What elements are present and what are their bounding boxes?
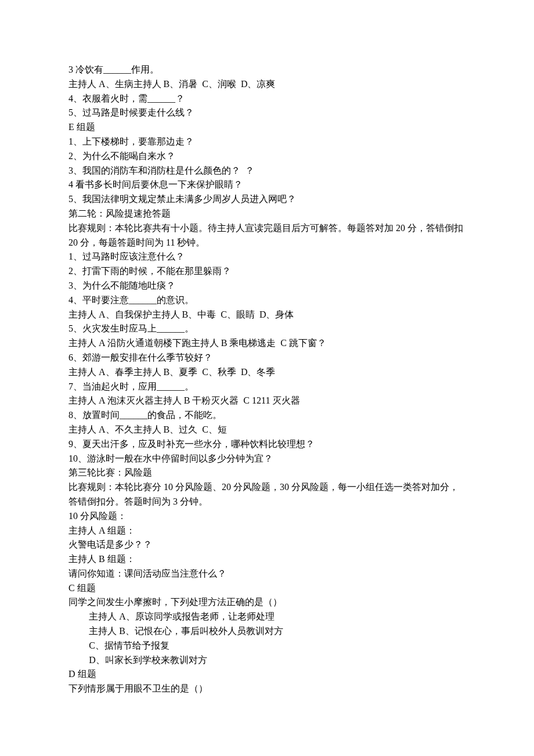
text-line: 第三轮比赛：风险题 xyxy=(68,466,466,480)
text-line: 主持人 A 沿防火通道朝楼下跑主持人 B 乘电梯逃走 C 跳下窗？ xyxy=(68,336,466,351)
text-line: 9、夏天出汗多，应及时补充一些水分，哪种饮料比较理想？ xyxy=(68,437,466,452)
text-line: 比赛规则：本轮比赛分 10 分风险题、20 分风险题，30 分风险题，每一小组任… xyxy=(68,480,466,509)
text-line: 下列情形属于用眼不卫生的是（） xyxy=(68,682,466,696)
text-line: 比赛规则：本轮比赛共有十小题。待主持人宣读完题目后方可解答。每题答对加 20 分… xyxy=(68,221,466,250)
text-line: 主持人 B 组题： xyxy=(68,552,466,567)
text-line: 主持人 A、原谅同学或报告老师，让老师处理 xyxy=(68,610,466,624)
text-line: 主持人 A、不久主持人 B、过久 C、短 xyxy=(68,423,466,437)
text-line: 主持人 A、生病主持人 B、消暑 C、润喉 D、凉爽 xyxy=(68,77,466,92)
document-page: 3 冷饮有______作用。主持人 A、生病主持人 B、消暑 C、润喉 D、凉爽… xyxy=(0,0,534,756)
text-line: 4、平时要注意______的意识。 xyxy=(68,293,466,308)
text-line: C 组题 xyxy=(68,581,466,596)
text-line: 主持人 A 泡沫灭火器主持人 B 干粉灭火器 C 1211 灭火器 xyxy=(68,394,466,408)
text-line: 火警电话是多少？？ xyxy=(68,538,466,552)
text-line: 主持人 B、记恨在心，事后叫校外人员教训对方 xyxy=(68,624,466,639)
text-line: 第二轮：风险提速抢答题 xyxy=(68,207,466,221)
text-line: 主持人 A、自我保护主持人 B、中毒 C、眼睛 D、身体 xyxy=(68,308,466,322)
text-line: 2、为什么不能喝自来水？ xyxy=(68,149,466,164)
text-line: C、据情节给予报复 xyxy=(68,639,466,653)
text-line: 主持人 A 组题： xyxy=(68,524,466,538)
text-line: D、叫家长到学校来教训对方 xyxy=(68,653,466,668)
text-line: 5、火灾发生时应马上______。 xyxy=(68,322,466,336)
text-line: 10 分风险题： xyxy=(68,509,466,524)
text-line: 1、过马路时应该注意什么？ xyxy=(68,250,466,264)
text-line: 5、我国法律明文规定禁止未满多少周岁人员进入网吧？ xyxy=(68,192,466,207)
text-line: 3、为什么不能随地吐痰？ xyxy=(68,279,466,293)
text-line: 1、上下楼梯时，要靠那边走？ xyxy=(68,135,466,149)
text-line: 7、当油起火时，应用______。 xyxy=(68,380,466,394)
text-line: 5、过马路是时候要走什么线？ xyxy=(68,106,466,120)
text-line: 3、我国的消防车和消防柱是什么颜色的？ ？ xyxy=(68,164,466,178)
text-line: E 组题 xyxy=(68,120,466,135)
text-line: 2、打雷下雨的时候，不能在那里躲雨？ xyxy=(68,264,466,279)
text-line: D 组题 xyxy=(68,667,466,682)
text-line: 同学之间发生小摩擦时，下列处理方法正确的是（） xyxy=(68,595,466,610)
text-line: 8、放置时间______的食品，不能吃。 xyxy=(68,408,466,423)
text-line: 3 冷饮有______作用。 xyxy=(68,63,466,77)
text-line: 6、郊游一般安排在什么季节较好？ xyxy=(68,351,466,365)
text-line: 4、衣服着火时，需______？ xyxy=(68,92,466,106)
document-body: 3 冷饮有______作用。主持人 A、生病主持人 B、消暑 C、润喉 D、凉爽… xyxy=(68,63,466,696)
text-line: 10、游泳时一般在水中停留时间以多少分钟为宜？ xyxy=(68,452,466,466)
text-line: 请问你知道：课间活动应当注意什么？ xyxy=(68,567,466,581)
text-line: 4 看书多长时间后要休息一下来保护眼睛？ xyxy=(68,178,466,192)
text-line: 主持人 A、春季主持人 B、夏季 C、秋季 D、冬季 xyxy=(68,365,466,380)
